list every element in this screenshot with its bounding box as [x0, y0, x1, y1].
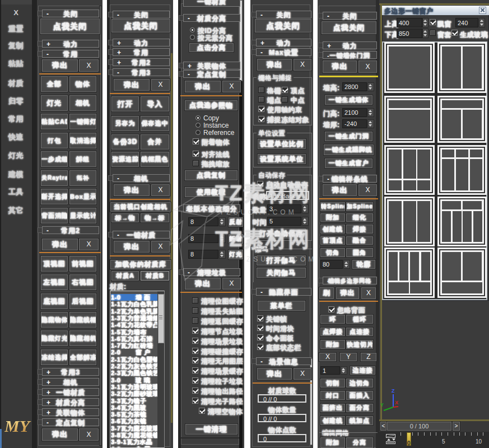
- svg-text:X: X: [395, 400, 398, 405]
- svg-text:Y: Y: [380, 402, 384, 408]
- svg-text:Z: Z: [392, 388, 395, 394]
